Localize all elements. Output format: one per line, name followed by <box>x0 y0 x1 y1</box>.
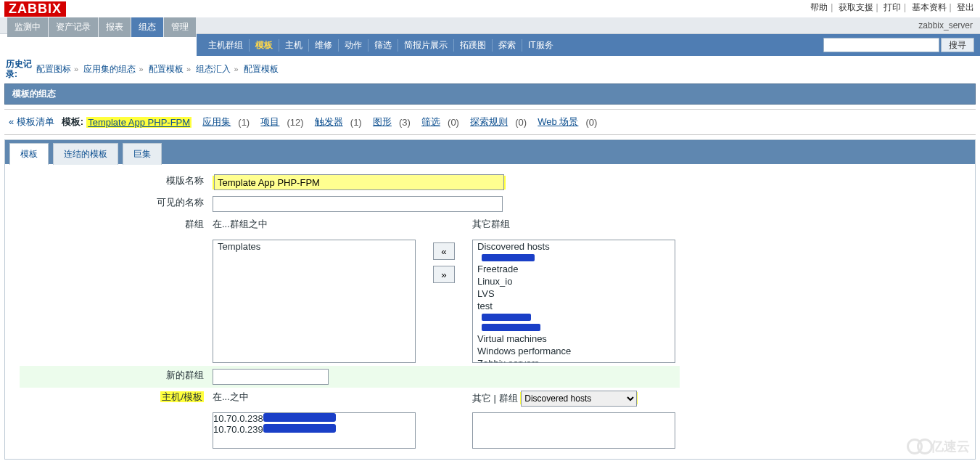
profile-link[interactable]: 基本资料 <box>912 2 947 12</box>
name-input[interactable] <box>214 174 504 190</box>
subnav-itservice[interactable]: IT服务 <box>522 39 559 52</box>
visible-label: 可见的名称 <box>20 193 208 215</box>
host-in-label: 在...之中 <box>213 391 249 402</box>
host-other-select[interactable]: Discovered hosts <box>521 391 637 407</box>
tab-monitor[interactable]: 监测中 <box>7 17 48 37</box>
other-groups-list[interactable]: Discovered hostsFreetradeLinux_ioLVStest… <box>472 240 675 363</box>
form-area: 模板 连结的模板 巨集 模版名称 可见的名称 群组 在...群组之中 <box>4 139 976 460</box>
subnav-filter[interactable]: 筛选 <box>368 39 398 52</box>
tab-inventory[interactable]: 资产记录 <box>49 17 98 37</box>
crumb-4[interactable]: 配置模板 <box>244 64 279 74</box>
new-group-input[interactable] <box>213 369 329 385</box>
crumb-0[interactable]: 配置图标 <box>36 64 71 74</box>
form-tabs: 模板 连结的模板 巨集 <box>5 140 975 164</box>
ftab-macros[interactable]: 巨集 <box>123 143 162 165</box>
search-input[interactable] <box>823 38 939 52</box>
list-item[interactable]: 10.70.0.239 <box>213 424 415 435</box>
ftab-template[interactable]: 模板 <box>9 143 49 165</box>
search-button[interactable]: 搜寻 <box>941 38 974 52</box>
other-group-label: 其它群组 <box>472 218 675 231</box>
list-item[interactable]: Discovered hosts <box>473 240 675 253</box>
new-group-label: 新的群组 <box>20 366 208 388</box>
list-item[interactable]: Windows performance <box>473 345 675 357</box>
list-item[interactable]: test <box>473 300 675 312</box>
template-name-link[interactable]: Template App PHP-FPM <box>88 117 190 128</box>
subnav-templates[interactable]: 模板 <box>250 39 279 52</box>
counter-discover[interactable]: 探索规则 <box>470 115 508 128</box>
groups-label: 群组 <box>20 215 208 237</box>
help-link[interactable]: 帮助 <box>810 2 828 12</box>
info-bar: « 模板清单 模板: Template App PHP-FPM 应用集(1) 项… <box>4 109 976 135</box>
visible-input[interactable] <box>213 196 503 212</box>
logo: ZABBIX <box>4 1 66 17</box>
history-label: 历史记录: <box>6 59 36 79</box>
support-link[interactable]: 获取支援 <box>839 2 873 12</box>
in-group-label: 在...群组之中 <box>213 218 416 231</box>
tab-admin[interactable]: 管理 <box>164 17 196 37</box>
subnav-discover[interactable]: 探索 <box>493 39 522 52</box>
host-template-label: 主机/模板 <box>160 391 204 402</box>
name-label: 模版名称 <box>20 171 208 193</box>
crumb-2[interactable]: 配置模板 <box>149 64 184 74</box>
tab-config[interactable]: 组态 <box>131 17 163 37</box>
counter-apps[interactable]: 应用集 <box>202 115 231 128</box>
subnav-actions[interactable]: 动作 <box>339 39 368 52</box>
subnav-slide[interactable]: 简报片展示 <box>398 39 454 52</box>
subnav-topo[interactable]: 拓蹼图 <box>454 39 493 52</box>
template-label: 模板: <box>62 115 83 128</box>
list-item[interactable] <box>473 253 675 263</box>
counter-items[interactable]: 项目 <box>260 115 279 128</box>
watermark: 亿速云 <box>907 438 970 455</box>
host-other-label: 其它 | 群组 <box>472 393 518 404</box>
back-link[interactable]: « 模板清单 <box>9 115 54 128</box>
crumb-1[interactable]: 应用集的组态 <box>83 64 136 74</box>
subnav: 主机群组 模板 主机 维修 动作 筛选 简报片展示 拓蹼图 探索 IT服务 搜寻 <box>197 34 980 56</box>
list-item[interactable] <box>473 322 675 333</box>
list-item[interactable] <box>473 312 675 322</box>
hosts-other-list[interactable] <box>472 412 675 449</box>
section-title: 模板的组态 <box>4 83 976 105</box>
list-item[interactable]: Zabbix servers <box>473 357 675 363</box>
history-row: 历史记录: 配置图标» 应用集的组态» 配置模板» 组态汇入» 配置模板 <box>0 56 980 82</box>
move-left-button[interactable]: « <box>433 242 455 260</box>
list-item[interactable]: Virtual machines <box>473 333 675 345</box>
crumb-3[interactable]: 组态汇入 <box>196 64 231 74</box>
list-item[interactable]: LVS <box>473 287 675 300</box>
subnav-maintenance[interactable]: 维修 <box>309 39 339 52</box>
list-item[interactable]: Freetrade <box>473 263 675 275</box>
top-links: 帮助| 获取支援| 打印| 基本资料| 登出 <box>810 1 974 14</box>
tab-reports[interactable]: 报表 <box>99 17 131 37</box>
logout-link[interactable]: 登出 <box>957 2 974 12</box>
hosts-in-list[interactable]: 10.70.0.238 10.70.0.239 <box>213 412 416 449</box>
move-right-button[interactable]: » <box>433 266 455 283</box>
ftab-linked[interactable]: 连结的模板 <box>53 143 118 165</box>
counter-triggers[interactable]: 触发器 <box>315 115 343 128</box>
list-item[interactable]: Linux_io <box>473 275 675 287</box>
subnav-hostgroups[interactable]: 主机群组 <box>202 39 250 52</box>
counter-graphs[interactable]: 图形 <box>373 115 392 128</box>
print-link[interactable]: 打印 <box>884 2 901 12</box>
in-groups-list[interactable]: Templates <box>213 240 416 363</box>
counter-web[interactable]: Web 场景 <box>538 115 578 128</box>
subnav-hosts[interactable]: 主机 <box>279 39 309 52</box>
list-item[interactable]: 10.70.0.238 <box>213 413 415 424</box>
counter-filter[interactable]: 筛选 <box>421 115 440 128</box>
list-item[interactable]: Templates <box>213 240 415 253</box>
server-name: zabbix_server <box>918 20 973 30</box>
